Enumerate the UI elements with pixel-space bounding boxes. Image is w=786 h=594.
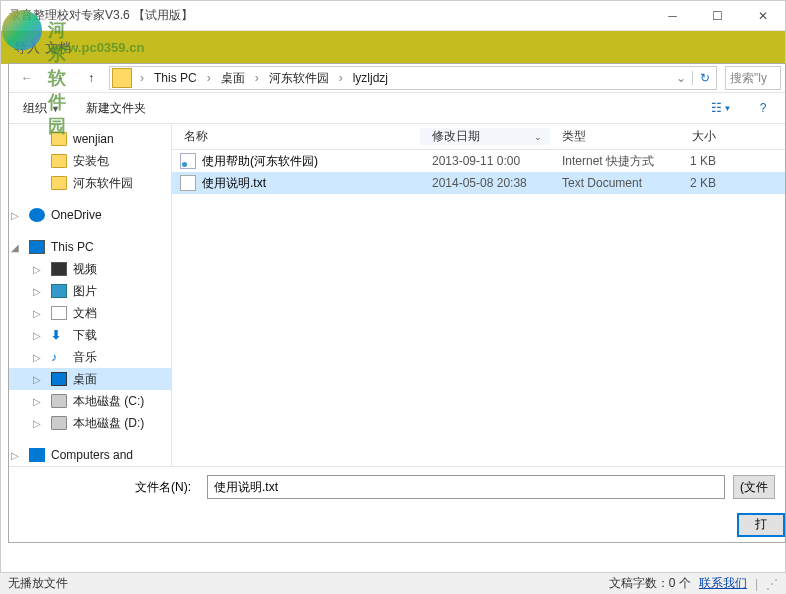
maximize-button[interactable]: ☐ bbox=[695, 1, 740, 30]
expand-icon[interactable]: ▷ bbox=[33, 374, 45, 385]
tree-item[interactable]: ▷视频 bbox=[9, 258, 171, 280]
organize-button[interactable]: 组织▼ bbox=[19, 98, 64, 119]
tree-item-label: 视频 bbox=[73, 261, 97, 278]
net-icon bbox=[29, 448, 45, 462]
document-label: 文档 bbox=[45, 39, 71, 57]
nav-bar: ← → ↑ › This PC › 桌面 › 河东软件园 › lyzljdzj … bbox=[9, 64, 785, 93]
expand-icon[interactable]: ◢ bbox=[11, 242, 23, 253]
tree-item[interactable]: ▷本地磁盘 (D:) bbox=[9, 412, 171, 434]
contact-link[interactable]: 联系我们 bbox=[699, 575, 747, 592]
folder-icon bbox=[51, 132, 67, 146]
pc-icon bbox=[29, 240, 45, 254]
import-label: 导入 bbox=[14, 39, 40, 57]
expand-icon[interactable]: ▷ bbox=[33, 286, 45, 297]
separator: | bbox=[755, 577, 758, 591]
tree-item[interactable]: ▷♪音乐 bbox=[9, 346, 171, 368]
expand-icon[interactable]: ▷ bbox=[33, 418, 45, 429]
crumb-folder[interactable]: lyzljdzj bbox=[349, 71, 392, 85]
file-filter[interactable]: (文件 bbox=[733, 475, 775, 499]
banner: 导入 文档 bbox=[1, 31, 785, 64]
col-size[interactable]: 大小 bbox=[658, 128, 728, 145]
expand-icon[interactable]: ▷ bbox=[33, 264, 45, 275]
up-button[interactable]: ↑ bbox=[77, 66, 105, 90]
col-type[interactable]: 类型 bbox=[550, 128, 658, 145]
new-folder-button[interactable]: 新建文件夹 bbox=[82, 98, 150, 119]
view-button[interactable]: ☷▼ bbox=[709, 96, 733, 120]
tree-item-label: 桌面 bbox=[73, 371, 97, 388]
nav-tree[interactable]: wenjian安装包河东软件园▷OneDrive◢This PC▷视频▷图片▷文… bbox=[9, 124, 172, 466]
file-row[interactable]: 使用帮助(河东软件园)2013-09-11 0:00Internet 快捷方式1… bbox=[172, 150, 785, 172]
search-placeholder: 搜索"ly bbox=[730, 70, 767, 87]
dialog-buttons: 打 bbox=[9, 507, 785, 542]
open-button[interactable]: 打 bbox=[737, 513, 785, 537]
tree-item[interactable]: ▷Computers and bbox=[9, 444, 171, 466]
refresh-button[interactable]: ↻ bbox=[692, 71, 716, 85]
drive-icon bbox=[51, 394, 67, 408]
tree-item-label: 音乐 bbox=[73, 349, 97, 366]
tree-item-label: Computers and bbox=[51, 448, 133, 462]
forward-button[interactable]: → bbox=[45, 66, 73, 90]
tree-item[interactable]: wenjian bbox=[9, 128, 171, 150]
doc-icon bbox=[51, 306, 67, 320]
expand-icon[interactable]: ▷ bbox=[11, 210, 23, 221]
search-input[interactable]: 搜索"ly bbox=[725, 66, 781, 90]
music-icon: ♪ bbox=[51, 350, 67, 364]
onedrive-icon bbox=[29, 208, 45, 222]
file-name: 使用说明.txt bbox=[202, 175, 420, 192]
tree-item-label: 安装包 bbox=[73, 153, 109, 170]
breadcrumb[interactable]: › This PC › 桌面 › 河东软件园 › lyzljdzj ⌄ ↻ bbox=[109, 66, 717, 90]
close-button[interactable]: ✕ bbox=[740, 1, 785, 30]
crumb-folder[interactable]: 河东软件园 bbox=[265, 70, 333, 87]
col-date[interactable]: 修改日期⌄ bbox=[420, 128, 550, 145]
chevron-icon[interactable]: › bbox=[134, 71, 150, 85]
tree-item[interactable]: ▷桌面 bbox=[9, 368, 171, 390]
tree-item-label: This PC bbox=[51, 240, 94, 254]
window-title: 录音整理校对专家V3.6 【试用版】 bbox=[9, 7, 650, 24]
chevron-icon[interactable]: › bbox=[249, 71, 265, 85]
back-button[interactable]: ← bbox=[13, 66, 41, 90]
expand-icon[interactable]: ▷ bbox=[33, 396, 45, 407]
file-date: 2014-05-08 20:38 bbox=[420, 176, 550, 190]
tree-item[interactable]: ▷文档 bbox=[9, 302, 171, 324]
file-type: Text Document bbox=[550, 176, 658, 190]
tree-item-label: 本地磁盘 (D:) bbox=[73, 415, 144, 432]
tree-item[interactable]: ▷⬇下载 bbox=[9, 324, 171, 346]
expand-icon[interactable]: ▷ bbox=[33, 308, 45, 319]
expand-icon[interactable]: ▷ bbox=[33, 352, 45, 363]
tree-item[interactable]: ◢This PC bbox=[9, 236, 171, 258]
col-name[interactable]: 名称 bbox=[172, 128, 420, 145]
file-type: Internet 快捷方式 bbox=[550, 153, 658, 170]
txt-file-icon bbox=[180, 175, 196, 191]
dropdown-icon[interactable]: ⌄ bbox=[670, 71, 692, 85]
column-headers: 名称 修改日期⌄ 类型 大小 bbox=[172, 124, 785, 150]
tree-item-label: wenjian bbox=[73, 132, 114, 146]
toolbar: 组织▼ 新建文件夹 ☷▼ ? bbox=[9, 93, 785, 124]
chevron-icon[interactable]: › bbox=[201, 71, 217, 85]
desk-icon bbox=[51, 372, 67, 386]
tree-item[interactable]: ▷图片 bbox=[9, 280, 171, 302]
tree-item-label: 本地磁盘 (C:) bbox=[73, 393, 144, 410]
resize-grip[interactable]: ⋰ bbox=[766, 577, 778, 591]
file-size: 1 KB bbox=[658, 154, 728, 168]
filename-input[interactable] bbox=[207, 475, 725, 499]
tree-item[interactable]: ▷OneDrive bbox=[9, 204, 171, 226]
file-date: 2013-09-11 0:00 bbox=[420, 154, 550, 168]
video-icon bbox=[51, 262, 67, 276]
tree-item[interactable]: ▷本地磁盘 (C:) bbox=[9, 390, 171, 412]
tree-item-label: 图片 bbox=[73, 283, 97, 300]
expand-icon[interactable]: ▷ bbox=[33, 330, 45, 341]
open-dialog: ← → ↑ › This PC › 桌面 › 河东软件园 › lyzljdzj … bbox=[8, 63, 786, 543]
expand-icon[interactable]: ▷ bbox=[11, 450, 23, 461]
help-button[interactable]: ? bbox=[751, 96, 775, 120]
crumb-this-pc[interactable]: This PC bbox=[150, 71, 201, 85]
status-bar: 无播放文件 文稿字数：0 个 联系我们 | ⋰ bbox=[0, 572, 786, 594]
minimize-button[interactable]: ─ bbox=[650, 1, 695, 30]
tree-item-label: 文档 bbox=[73, 305, 97, 322]
tree-item[interactable]: 河东软件园 bbox=[9, 172, 171, 194]
tree-item[interactable]: 安装包 bbox=[9, 150, 171, 172]
chevron-icon[interactable]: › bbox=[333, 71, 349, 85]
pic-icon bbox=[51, 284, 67, 298]
file-row[interactable]: 使用说明.txt2014-05-08 20:38Text Document2 K… bbox=[172, 172, 785, 194]
crumb-desktop[interactable]: 桌面 bbox=[217, 70, 249, 87]
filename-row: 文件名(N): (文件 bbox=[9, 467, 785, 507]
